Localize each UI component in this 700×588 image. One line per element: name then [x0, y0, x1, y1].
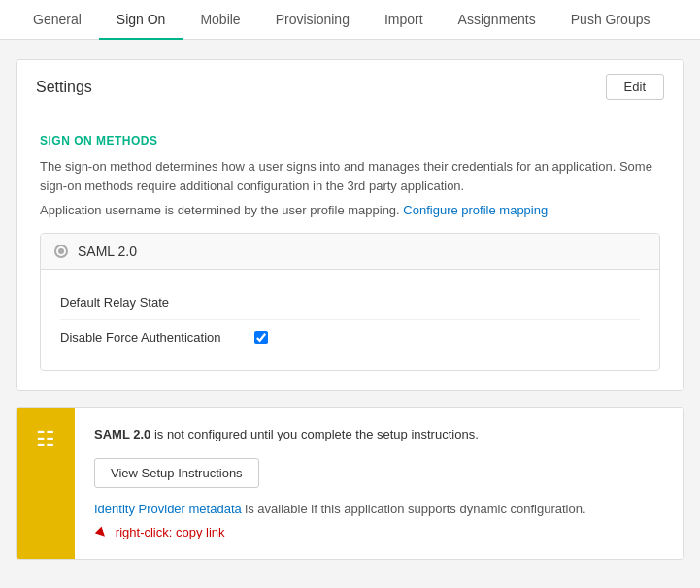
- page-content: Settings Edit SIGN ON METHODS The sign-o…: [0, 40, 700, 579]
- warning-banner: ☷ SAML 2.0 is not configured until you c…: [16, 407, 684, 560]
- disable-force-auth-checkbox[interactable]: [254, 331, 268, 344]
- disable-force-auth-row: Disable Force Authentication: [60, 320, 640, 354]
- sign-on-methods-heading: SIGN ON METHODS: [40, 134, 660, 147]
- tab-general[interactable]: General: [16, 0, 99, 39]
- sign-on-description: The sign-on method determines how a user…: [40, 157, 660, 195]
- warning-icon: ☷: [36, 427, 55, 452]
- view-setup-instructions-button[interactable]: View Setup Instructions: [94, 458, 259, 488]
- default-relay-state-row: Default Relay State: [60, 285, 640, 320]
- tab-bar: General Sign On Mobile Provisioning Impo…: [0, 0, 700, 40]
- profile-mapping-text: Application username is determined by th…: [40, 203, 400, 217]
- disable-force-auth-label: Disable Force Authentication: [60, 330, 254, 344]
- warning-side-bar: ☷: [17, 408, 75, 559]
- warning-content: SAML 2.0 is not configured until you com…: [75, 408, 683, 559]
- tab-assignments[interactable]: Assignments: [441, 0, 553, 39]
- tab-sign-on[interactable]: Sign On: [99, 0, 183, 39]
- identity-provider-metadata-link[interactable]: Identity Provider metadata: [94, 502, 242, 516]
- edit-button[interactable]: Edit: [606, 74, 664, 100]
- profile-mapping-line: Application username is determined by th…: [40, 203, 660, 217]
- metadata-line: Identity Provider metadata is available …: [94, 502, 664, 516]
- warning-message: SAML 2.0 is not configured until you com…: [94, 425, 664, 444]
- saml-radio[interactable]: [54, 245, 68, 258]
- warning-message-suffix: is not configured until you complete the…: [150, 427, 478, 441]
- settings-body: SIGN ON METHODS The sign-on method deter…: [17, 114, 683, 390]
- saml-section: SAML 2.0 Default Relay State Disable For…: [40, 233, 660, 371]
- saml-fields: Default Relay State Disable Force Authen…: [41, 270, 659, 370]
- metadata-suffix: is available if this application support…: [242, 502, 586, 516]
- tab-push-groups[interactable]: Push Groups: [553, 0, 668, 39]
- right-click-text: right-click: copy link: [116, 525, 225, 539]
- right-click-hint: ► right-click: copy link: [94, 524, 664, 541]
- settings-title: Settings: [36, 79, 92, 96]
- tab-import[interactable]: Import: [367, 0, 441, 39]
- saml-header: SAML 2.0: [41, 234, 659, 270]
- configure-profile-mapping-link[interactable]: Configure profile mapping: [403, 203, 548, 217]
- tab-provisioning[interactable]: Provisioning: [258, 0, 367, 39]
- arrow-icon: ►: [90, 521, 114, 544]
- saml-label: SAML 2.0: [78, 244, 137, 259]
- settings-card: Settings Edit SIGN ON METHODS The sign-o…: [16, 59, 684, 391]
- saml-bold-text: SAML 2.0: [94, 427, 150, 441]
- radio-dot-inner: [58, 248, 64, 254]
- settings-card-header: Settings Edit: [17, 60, 683, 114]
- default-relay-state-label: Default Relay State: [60, 295, 254, 310]
- tab-mobile[interactable]: Mobile: [183, 0, 257, 39]
